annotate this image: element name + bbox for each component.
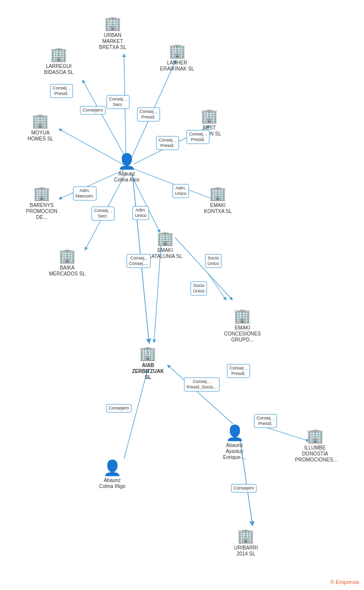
label-baika: BAIKAMERCADOS SL <box>49 265 86 277</box>
badge-adm-mancom[interactable]: Adm.Mancom. <box>73 186 96 200</box>
badge-consej-presid-emaki-c[interactable]: Consej. ,Presid. <box>227 364 250 378</box>
badge-adm-unico-kontxa[interactable]: Adm.Unico <box>172 184 189 198</box>
badge-socio-unico2[interactable]: SocioÚnico <box>190 282 207 296</box>
svg-line-0 <box>82 80 128 161</box>
graph-container: 🏢 URBAN MARKET BRETXA SL 🏢 LARREGUIBIDAS… <box>0 0 364 590</box>
badge-consej-presid-urban[interactable]: Consej. ,Presid. <box>137 108 160 122</box>
building-icon-lanher: 🏢 <box>168 42 186 59</box>
node-emaki-kontxa[interactable]: 🏢 EMAKIKONTXA SL <box>204 185 232 214</box>
badge-consej-presid-lanher[interactable]: Consej. ,Presid. <box>156 136 179 150</box>
label-emaki-katalunia: EMAKIKATALUNIA SL <box>148 248 182 260</box>
building-icon-best: 🏢 <box>200 108 218 124</box>
label-lanher: LANHERERAIKINAK SL <box>160 60 194 72</box>
label-larregui: LARREGUIBIDASOA SL <box>44 64 74 76</box>
badge-consej-presid-socio[interactable]: Consej. ,Presid.,Socio... <box>184 378 220 392</box>
svg-line-13 <box>168 365 233 424</box>
label-aiab: AIABZERBITZUAKSL <box>132 362 164 380</box>
building-icon-moyua: 🏢 <box>32 112 49 129</box>
node-larregui[interactable]: 🏢 LARREGUIBIDASOA SL <box>44 46 74 76</box>
person-icon-ayastuy: 👤 <box>226 424 244 442</box>
node-abaunz-ayastuy[interactable]: 👤 AbaunzAyastuyEnrique-... <box>223 424 246 460</box>
node-abaunz-inigo[interactable]: 👤 AbaunzColina Iñigo <box>99 459 126 490</box>
node-abaunz-aitor[interactable]: 👤 AbaunzColina Aitor <box>114 152 140 183</box>
node-uribarri[interactable]: 🏢 URIBARRI2014 SL <box>234 528 258 557</box>
label-illumbe: ILLUMBEDONOSTIAPROMOCIONES... <box>295 445 335 463</box>
label-uribarri: URIBARRI2014 SL <box>234 545 258 557</box>
badge-consej-secr1[interactable]: Consej. ,Secr. <box>106 95 130 109</box>
building-icon-barenys: 🏢 <box>33 185 50 202</box>
node-lanher[interactable]: 🏢 LANHERERAIKINAK SL <box>160 42 194 72</box>
label-emaki-kontxa: EMAKIKONTXA SL <box>204 202 232 214</box>
node-aiab[interactable]: 🏢 AIABZERBITZUAKSL <box>132 345 164 380</box>
label-abaunz-aitor: AbaunzColina Aitor <box>114 171 140 183</box>
badge-consej-presid-illumbe[interactable]: Consej. ,Presid. <box>254 414 277 428</box>
label-emaki-concesiones: EMAKICONCESIONESGRUPO... <box>224 325 261 343</box>
badge-consej-secr2[interactable]: Consej. ,Secr. <box>92 206 114 220</box>
svg-line-12 <box>208 272 226 300</box>
building-icon-larregui: 🏢 <box>50 46 68 62</box>
person-icon-aitor: 👤 <box>118 152 136 170</box>
badge-consejero-moyua[interactable]: Consejero <box>80 106 106 114</box>
badge-consej-presid-larregui[interactable]: Consej. ,Presid. <box>50 84 73 98</box>
person-icon-inigo: 👤 <box>103 459 122 476</box>
watermark: © Empresia <box>330 579 359 585</box>
node-urban-market[interactable]: 🏢 URBAN MARKET BRETXA SL <box>99 15 126 50</box>
node-baika[interactable]: 🏢 BAIKAMERCADOS SL <box>49 248 86 277</box>
building-icon-emaki-kontxa: 🏢 <box>209 185 226 202</box>
building-icon-emaki-concesiones: 🏢 <box>234 308 251 324</box>
badge-socio-unico1[interactable]: SocioÚnico <box>205 254 222 268</box>
node-illumbe[interactable]: 🏢 ILLUMBEDONOSTIAPROMOCIONES... <box>295 428 335 463</box>
badge-adm-unico-katalunia[interactable]: Adm.Unico <box>132 206 149 220</box>
badge-consej-presid-best[interactable]: Consej. ,Presid. <box>186 130 210 144</box>
label-abaunz-inigo: AbaunzColina Iñigo <box>99 478 126 490</box>
node-moyua[interactable]: 🏢 MOYUAHOMES SL <box>28 112 54 142</box>
building-icon-illumbe: 🏢 <box>306 428 324 444</box>
label-urban: URBAN MARKET BRETXA SL <box>99 32 126 50</box>
label-barenys: BARENYSPROMOCIONDE... <box>26 202 58 220</box>
badge-consejero-aiab[interactable]: Consejero <box>106 404 132 412</box>
badge-consej-consej[interactable]: Consej.,Consej.... <box>126 254 150 268</box>
svg-line-16 <box>124 370 148 459</box>
node-emaki-concesiones[interactable]: 🏢 EMAKICONCESIONESGRUPO... <box>224 308 261 343</box>
badge-consejero-uribarri[interactable]: Consejero <box>231 484 256 492</box>
building-icon-aiab: 🏢 <box>139 345 156 362</box>
label-moyua: MOYUAHOMES SL <box>28 130 54 142</box>
node-barenys[interactable]: 🏢 BARENYSPROMOCIONDE... <box>26 185 58 220</box>
label-abaunz-ayastuy: AbaunzAyastuyEnrique-... <box>223 442 246 460</box>
building-icon-urban: 🏢 <box>104 15 122 32</box>
building-icon-baika: 🏢 <box>58 248 76 264</box>
building-icon-uribarri: 🏢 <box>237 528 254 544</box>
node-emaki-katalunia[interactable]: 🏢 EMAKIKATALUNIA SL <box>148 230 182 260</box>
building-icon-emaki-katalunia: 🏢 <box>156 230 174 246</box>
